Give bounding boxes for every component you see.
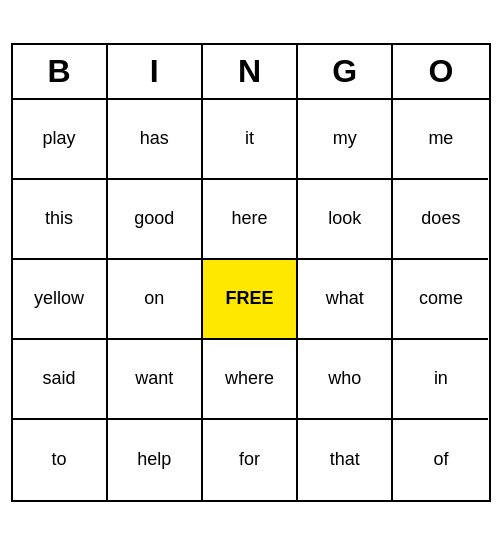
cell-0-1[interactable]: has [108,100,203,180]
cell-0-4[interactable]: me [393,100,488,180]
cell-2-1[interactable]: on [108,260,203,340]
bingo-grid: playhasitmymethisgoodherelookdoesyellowo… [13,100,489,500]
header-letter-n: N [203,45,298,98]
cell-4-3[interactable]: that [298,420,393,500]
cell-3-3[interactable]: who [298,340,393,420]
cell-4-4[interactable]: of [393,420,488,500]
free-space[interactable]: FREE [203,260,298,340]
cell-4-1[interactable]: help [108,420,203,500]
cell-1-3[interactable]: look [298,180,393,260]
cell-1-4[interactable]: does [393,180,488,260]
cell-1-1[interactable]: good [108,180,203,260]
cell-2-3[interactable]: what [298,260,393,340]
cell-0-2[interactable]: it [203,100,298,180]
header-letter-b: B [13,45,108,98]
cell-0-0[interactable]: play [13,100,108,180]
header-letter-i: I [108,45,203,98]
cell-2-4[interactable]: come [393,260,488,340]
bingo-header: BINGO [13,45,489,100]
cell-3-2[interactable]: where [203,340,298,420]
cell-3-1[interactable]: want [108,340,203,420]
cell-4-2[interactable]: for [203,420,298,500]
cell-0-3[interactable]: my [298,100,393,180]
bingo-card: BINGO playhasitmymethisgoodherelookdoesy… [11,43,491,502]
cell-3-4[interactable]: in [393,340,488,420]
header-letter-o: O [393,45,488,98]
cell-2-0[interactable]: yellow [13,260,108,340]
cell-4-0[interactable]: to [13,420,108,500]
header-letter-g: G [298,45,393,98]
cell-3-0[interactable]: said [13,340,108,420]
cell-1-2[interactable]: here [203,180,298,260]
cell-1-0[interactable]: this [13,180,108,260]
